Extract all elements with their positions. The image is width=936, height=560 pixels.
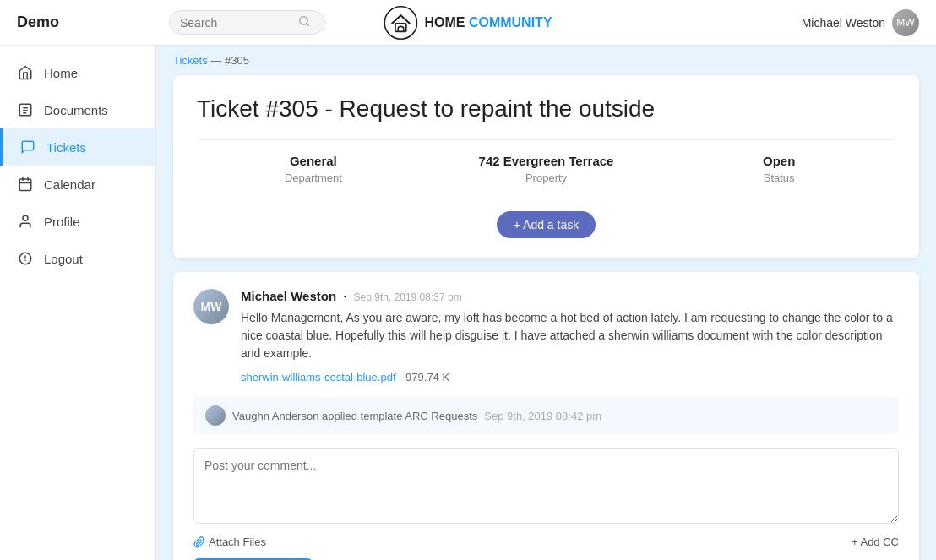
status-value: Open: [662, 154, 895, 168]
comment: MW Michael Weston · Sep 9th, 2019 08:37 …: [193, 289, 899, 383]
breadcrumb-current: #305: [225, 54, 249, 67]
sidebar-item-tickets[interactable]: Tickets: [0, 128, 155, 166]
attachment-link[interactable]: sherwin-williams-costal-blue.pdf: [241, 371, 396, 383]
sidebar-item-label: Profile: [44, 215, 80, 229]
attach-files-label: Attach Files: [209, 536, 266, 548]
search-input[interactable]: [180, 16, 298, 30]
comment-text: Hello Management, As you are aware, my l…: [241, 309, 899, 362]
property-label: Property: [430, 171, 663, 184]
top-nav: Demo HOME COMMUNITY Michael Weston MW: [0, 0, 936, 46]
ticket-card: Ticket #305 - Request to repaint the out…: [173, 75, 919, 258]
add-cc-button[interactable]: + Add CC: [852, 536, 899, 548]
main-layout: Home Documents Tickets Calendar Profile: [0, 46, 936, 560]
paperclip-icon: [193, 536, 205, 548]
ticket-title: Ticket #305 - Request to repaint the out…: [197, 95, 895, 122]
breadcrumb: Tickets — #305: [156, 46, 936, 75]
sidebar-item-documents[interactable]: Documents: [0, 91, 155, 128]
comment-author-avatar: MW: [193, 289, 229, 324]
ticket-property: 742 Evergreen Terrace Property: [430, 154, 663, 184]
activity-avatar: [205, 405, 226, 426]
sidebar-item-profile[interactable]: Profile: [0, 203, 155, 240]
activity-time: Sep 9th, 2019 08:42 pm: [484, 410, 601, 422]
comment-header: Michael Weston · Sep 9th, 2019 08:37 pm: [241, 289, 899, 304]
comment-attachment: sherwin-williams-costal-blue.pdf - 979.7…: [241, 371, 899, 383]
comment-author-name: Michael Weston: [241, 289, 336, 303]
sidebar-item-label: Tickets: [46, 140, 86, 155]
add-task-area: + Add a task: [197, 211, 895, 238]
svg-point-12: [23, 215, 28, 220]
comment-body: Michael Weston · Sep 9th, 2019 08:37 pm …: [241, 289, 899, 383]
comment-input-area: Attach Files + Add CC Post Comment: [193, 448, 899, 560]
profile-icon: [17, 213, 34, 230]
tickets-icon: [19, 139, 36, 155]
user-menu[interactable]: Michael Weston MW: [802, 9, 919, 36]
attachment-size: - 979.74 K: [399, 371, 449, 383]
status-label: Status: [662, 171, 895, 184]
search-icon: [298, 15, 310, 30]
department-value: General: [197, 154, 430, 168]
app-name: Demo: [17, 14, 169, 31]
home-icon: [17, 64, 34, 81]
breadcrumb-parent[interactable]: Tickets: [173, 54, 208, 67]
user-name: Michael Weston: [802, 16, 885, 30]
property-value: 742 Evergreen Terrace: [430, 154, 663, 168]
search-bar[interactable]: [169, 10, 325, 35]
department-label: Department: [197, 171, 430, 184]
sidebar-item-label: Documents: [44, 103, 108, 117]
add-task-button[interactable]: + Add a task: [497, 211, 596, 238]
ticket-meta: General Department 742 Evergreen Terrace…: [197, 139, 895, 198]
ticket-status: Open Status: [662, 154, 895, 184]
comment-section: MW Michael Weston · Sep 9th, 2019 08:37 …: [173, 272, 919, 560]
svg-line-1: [307, 24, 309, 26]
ticket-department: General Department: [197, 154, 430, 184]
sidebar-item-logout[interactable]: Logout: [0, 240, 155, 277]
calendar-icon: [17, 176, 34, 193]
sidebar-item-label: Logout: [44, 252, 83, 266]
comment-input-footer: Attach Files + Add CC: [193, 536, 899, 548]
dot-separator: ·: [343, 289, 346, 304]
logo-icon: [384, 6, 417, 40]
sidebar-item-label: Home: [44, 66, 78, 80]
svg-rect-8: [19, 179, 31, 191]
activity-note: Vaughn Anderson applied template ARC Req…: [193, 397, 899, 434]
comment-textarea[interactable]: [193, 448, 899, 524]
breadcrumb-separator: —: [210, 54, 221, 67]
activity-text: Vaughn Anderson applied template ARC Req…: [232, 410, 477, 422]
sidebar: Home Documents Tickets Calendar Profile: [0, 46, 156, 560]
sidebar-item-label: Calendar: [44, 177, 95, 192]
logout-icon: [17, 250, 34, 267]
attach-files-button[interactable]: Attach Files: [193, 536, 266, 548]
content-area: Tickets — #305 Ticket #305 - Request to …: [156, 46, 936, 560]
comment-time: Sep 9th, 2019 08:37 pm: [354, 291, 462, 303]
logo: HOME COMMUNITY: [384, 6, 552, 40]
sidebar-item-home[interactable]: Home: [0, 54, 155, 91]
avatar: MW: [892, 9, 919, 36]
sidebar-item-calendar[interactable]: Calendar: [0, 166, 155, 203]
documents-icon: [17, 101, 34, 118]
logo-text: HOME COMMUNITY: [424, 15, 552, 30]
